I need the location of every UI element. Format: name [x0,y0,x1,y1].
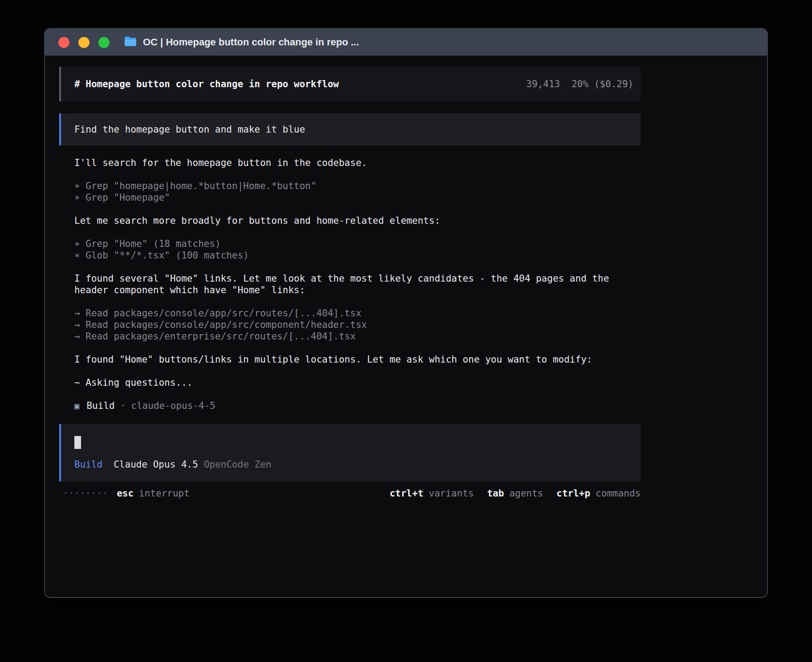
agent-name: Build [86,400,114,412]
prompt-input[interactable]: Build Claude Opus 4.5 OpenCode Zen [59,424,641,481]
assistant-paragraph: I'll search for the homepage button in t… [74,157,641,169]
input-status-line: Build Claude Opus 4.5 OpenCode Zen [74,459,629,470]
status-line: ~ Asking questions... [74,377,641,388]
shortcut-label: agents [509,488,543,499]
status-bar: ········ esc interrupt ctrl+t variants t… [59,488,641,499]
user-message: Find the homepage button and make it blu… [59,113,641,145]
agent-model: claude-opus-4-5 [131,400,215,412]
provider-name: OpenCode Zen [204,459,272,470]
agent-line: ▣ Build · claude-opus-4-5 [74,400,641,412]
traffic-lights [58,37,110,48]
tool-call-grep: ∗ Grep "Homepage" [74,192,641,203]
text-cursor [74,436,81,449]
agent-mode-label[interactable]: Build [74,459,102,470]
status-bar-right: ctrl+t variants tab agents ctrl+p comman… [376,488,641,499]
shortcut-key: ctrl+p [556,488,590,499]
status-bar-left: ········ esc interrupt [59,488,190,499]
model-name[interactable]: Claude Opus 4.5 [114,459,198,470]
agent-separator: · [120,400,126,412]
folder-icon [124,36,137,49]
shortcut-variants: ctrl+t variants [390,488,474,499]
session-header: # Homepage button color change in repo w… [59,67,641,101]
title-group: OC | Homepage button color change in rep… [124,36,359,49]
tool-call-read: → Read packages/console/app/src/componen… [74,319,641,331]
zoom-button[interactable] [98,37,110,48]
tool-call-group: ∗ Grep "Home" (18 matches) ∗ Glob "**/*.… [74,238,641,261]
token-count: 39,413 [526,79,560,89]
close-button[interactable] [58,37,69,48]
tool-call-grep: ∗ Grep "homepage|home.*button|Home.*butt… [74,180,641,192]
shortcut-key: tab [487,488,504,499]
session-stats: 39,413 20% ($0.29) [526,79,633,89]
window-title: OC | Homepage button color change in rep… [143,36,359,48]
tool-call-read: → Read packages/enterprise/src/routes/[.… [74,331,641,342]
assistant-paragraph: I found several "Home" links. Let me loo… [74,273,641,296]
agent-icon: ▣ [74,400,79,412]
tool-call-group: → Read packages/console/app/src/routes/[… [74,307,641,342]
tool-call-glob: ∗ Glob "**/*.tsx" (100 matches) [74,250,641,261]
assistant-paragraph: Let me search more broadly for buttons a… [74,215,641,226]
tool-call-grep: ∗ Grep "Home" (18 matches) [74,238,641,250]
user-message-text: Find the homepage button and make it blu… [74,124,305,135]
shortcut-key: ctrl+t [390,488,423,499]
shortcut-label: commands [596,488,641,499]
assistant-paragraph: I found "Home" buttons/links in multiple… [74,354,641,365]
context-usage: 20% ($0.29) [572,79,633,89]
terminal-window: OC | Homepage button color change in rep… [44,28,768,598]
terminal-content: # Homepage button color change in repo w… [59,67,641,499]
esc-key-hint: esc [117,488,134,499]
tool-call-group: ∗ Grep "homepage|home.*button|Home.*butt… [74,180,641,203]
activity-dots: ········ [63,488,108,499]
shortcut-agents: tab agents [487,488,543,499]
session-title: # Homepage button color change in repo w… [74,79,339,89]
titlebar[interactable]: OC | Homepage button color change in rep… [45,29,767,56]
shortcut-commands: ctrl+p commands [556,488,641,499]
minimize-button[interactable] [78,37,89,48]
esc-key-label: interrupt [139,488,190,499]
tool-call-read: → Read packages/console/app/src/routes/[… [74,307,641,319]
shortcut-label: variants [429,488,474,499]
assistant-transcript: I'll search for the homepage button in t… [59,157,641,412]
